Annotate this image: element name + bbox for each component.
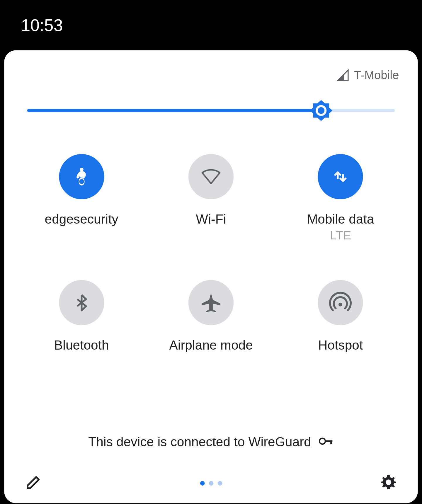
svg-point-2: [318, 107, 325, 114]
tile-wifi[interactable]: Wi-Fi: [146, 154, 276, 242]
airplane-icon: [188, 280, 234, 325]
tile-edgesecurity[interactable]: edgesecurity: [17, 154, 146, 242]
svg-point-8: [387, 480, 391, 484]
tile-airplane-mode[interactable]: Airplane mode: [146, 280, 276, 353]
tile-bluetooth[interactable]: Bluetooth: [17, 280, 146, 353]
hotspot-icon: [318, 280, 363, 325]
brightness-slider[interactable]: [4, 88, 418, 120]
quick-tiles-grid: edgesecurity Wi-Fi Mobi: [4, 120, 418, 353]
page-dot: [200, 481, 205, 486]
data-arrows-icon: [318, 154, 363, 199]
tile-mobile-data[interactable]: Mobile data LTE: [276, 154, 405, 242]
carrier-name: T-Mobile: [354, 69, 399, 82]
wifi-icon: [188, 154, 234, 199]
tile-label: Wi-Fi: [196, 212, 226, 227]
vpn-status-row[interactable]: This device is connected to WireGuard: [4, 435, 418, 449]
bluetooth-icon: [59, 280, 104, 325]
gear-icon: [380, 474, 397, 492]
tile-label: Bluetooth: [54, 338, 109, 353]
brightness-fill: [27, 109, 321, 112]
brightness-track: [27, 109, 395, 112]
page-dot: [209, 481, 213, 486]
cellular-signal-icon: [336, 69, 349, 82]
edit-tiles-button[interactable]: [24, 474, 43, 492]
tile-label: edgesecurity: [45, 212, 118, 227]
tile-label: Airplane mode: [169, 338, 253, 353]
settings-button[interactable]: [379, 474, 398, 492]
brightness-thumb-icon[interactable]: [310, 99, 333, 122]
quick-settings-panel: T-Mobile: [4, 50, 418, 503]
vpn-key-icon: [319, 436, 333, 448]
svg-rect-7: [330, 440, 332, 444]
tile-sublabel: LTE: [330, 229, 351, 242]
svg-point-5: [319, 438, 325, 444]
carrier-row: T-Mobile: [4, 63, 418, 88]
status-bar: 10:53: [0, 0, 422, 50]
page-dot: [217, 481, 222, 486]
status-time: 10:53: [21, 16, 63, 35]
tile-hotspot[interactable]: Hotspot: [276, 280, 405, 353]
vpn-status-text: This device is connected to WireGuard: [88, 435, 311, 449]
page-indicator: [200, 481, 222, 486]
panel-bottom-bar: [4, 474, 418, 492]
pencil-icon: [25, 474, 41, 492]
tile-label: Hotspot: [318, 338, 363, 353]
svg-point-4: [338, 303, 342, 307]
wireguard-icon: [59, 154, 104, 199]
tile-label: Mobile data: [307, 212, 374, 227]
svg-point-3: [79, 179, 84, 184]
